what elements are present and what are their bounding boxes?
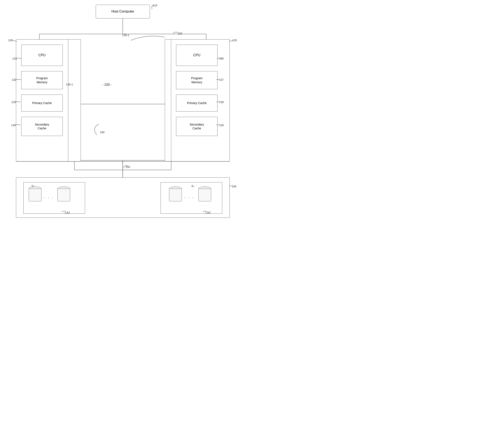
host-computer-label: Host Computer: [112, 9, 134, 14]
ref-110-line: [149, 4, 155, 10]
ref-131-line: [15, 56, 23, 59]
primary-cache-right-label: Primary Cache: [187, 101, 207, 105]
cpu-right-box: CPU: [176, 45, 217, 66]
center-label: - 100 -: [102, 83, 112, 87]
ref-132-line: [14, 78, 23, 81]
la2-line: [202, 210, 208, 213]
ref-134-line: [14, 123, 22, 126]
ref-135-1-line: [130, 33, 166, 41]
ref-137-line: [216, 78, 220, 81]
cylinder-2: [57, 186, 70, 201]
la1-dots: · · ·: [44, 195, 54, 200]
la2-dots: · · ·: [185, 195, 194, 200]
secondary-cache-left-label: Secondary Cache: [35, 123, 49, 130]
sn-label: Sₙ: [191, 184, 194, 188]
cpu-left-label: CPU: [38, 53, 46, 58]
primary-cache-left-box: Primary Cache: [21, 94, 63, 111]
primary-cache-left-label: Primary Cache: [32, 101, 52, 105]
ref-139-line: [216, 123, 220, 126]
cylinder-4: [198, 186, 211, 201]
ref-138-line: [216, 100, 220, 103]
ref-135-1: 135-1: [122, 34, 129, 37]
secondary-cache-right-label: Secondary Cache: [190, 123, 204, 130]
ref-135-line: [228, 38, 234, 43]
cpu-right-label: CPU: [193, 53, 200, 58]
bus-down-line: [116, 161, 129, 178]
host-computer-box: Host Computer: [96, 5, 150, 18]
inner-connector-right: [165, 39, 171, 161]
program-memory-right-label: Program Memory: [191, 76, 203, 84]
diagram: Host Computer 110 120 130 CPU 131 Progra…: [0, 0, 246, 224]
ref-120-line: [172, 31, 180, 35]
program-memory-left-box: Program Memory: [21, 71, 63, 89]
ref-160-line: [85, 123, 106, 136]
ref-130-line: [12, 38, 18, 43]
ref-140-line: [228, 184, 233, 187]
primary-cache-right-box: Primary Cache: [176, 94, 217, 111]
secondary-cache-left-box: Secondary Cache: [21, 117, 63, 136]
cylinder-3: [169, 186, 182, 201]
la1-line: [61, 210, 67, 213]
cylinder-1: [29, 186, 41, 201]
cpu-left-box: CPU: [21, 45, 63, 66]
ref-136-line: [216, 56, 223, 59]
program-memory-right-box: Program Memory: [176, 71, 217, 89]
program-memory-left-label: Program Memory: [36, 76, 48, 84]
ref-133-line: [14, 100, 22, 103]
secondary-cache-right-box: Secondary Cache: [176, 117, 217, 136]
ref-130-1: 130-1: [66, 83, 73, 86]
inner-connector-left: [68, 39, 81, 161]
